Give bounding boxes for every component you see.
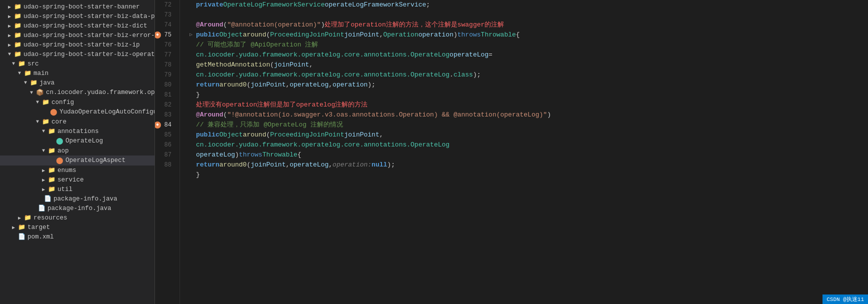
chevron-down-icon: ▼ xyxy=(42,128,45,134)
sidebar-item-config[interactable]: ▼ 📁 config xyxy=(0,98,154,107)
sidebar-item-label: YudaoOperateLogAutoConfiguration xyxy=(60,108,155,116)
class-icon: ⬤ xyxy=(50,108,58,116)
sidebar-item-package-info-2[interactable]: ▶ 📄 package-info.java xyxy=(0,204,154,213)
sidebar-item-biz-ip[interactable]: ▶ 📁 udao-spring-boot-starter-biz-ip xyxy=(0,40,154,50)
code-line: // 可能也添加了 @ApiOperation 注解 xyxy=(186,40,868,50)
line-75: ● 75 xyxy=(155,30,176,40)
sidebar-item-label: config xyxy=(52,99,74,106)
sidebar-item-label: udao-spring-boot-starter-biz-ip xyxy=(24,42,140,48)
class-icon-green: ⬤ xyxy=(56,137,64,145)
sidebar-item-label: enums xyxy=(58,167,76,174)
code-line: getMethodAnnotation(joinPoint, xyxy=(186,60,868,70)
folder-icon: 📁 xyxy=(14,12,22,20)
line-84: ● 84 xyxy=(155,120,176,130)
code-line: cn.iocoder.yudao.framework.operatelog.co… xyxy=(186,70,868,80)
sidebar-item-package-info-1[interactable]: ▶ 📄 package-info.java xyxy=(0,194,154,204)
sidebar-item-label: package-info.java xyxy=(48,205,112,212)
chevron-right-icon: ▶ xyxy=(42,168,45,174)
chevron-down-icon: ▼ xyxy=(12,61,15,66)
chevron-right-icon: ▶ xyxy=(8,4,11,10)
sidebar[interactable]: ▶ 📁 udao-spring-boot-starter-banner ▶ 📁 … xyxy=(0,0,155,304)
sidebar-item-label: core xyxy=(52,118,66,126)
code-line: public Object around(ProceedingJoinPoint… xyxy=(186,130,868,140)
line-76: 76 xyxy=(155,40,176,50)
folder-icon: 📁 xyxy=(48,186,56,193)
sidebar-item-service[interactable]: ▶ 📁 service xyxy=(0,175,154,184)
sidebar-item-label: resources xyxy=(34,214,68,222)
code-line: } xyxy=(186,170,868,180)
sidebar-item-label: aop xyxy=(58,148,69,154)
sidebar-item-yudao-config[interactable]: ▶ ⬤ YudaoOperateLogAutoConfiguration xyxy=(0,107,154,117)
folder-icon: 📁 xyxy=(30,79,38,86)
sidebar-item-label: udao-spring-boot-starter-biz-data-permis… xyxy=(24,13,155,20)
line-82: 82 xyxy=(155,100,176,110)
code-line: @Around("@annotation(operation)") 处理加了op… xyxy=(186,20,868,30)
line-74: 74 xyxy=(155,20,176,30)
line-87: 87 xyxy=(155,150,176,160)
sidebar-item-banner[interactable]: ▶ 📁 udao-spring-boot-starter-banner xyxy=(0,2,154,12)
java-file-icon: 📄 xyxy=(44,195,52,202)
spacer-icon: ▶ xyxy=(50,158,53,164)
sidebar-item-biz-dict[interactable]: ▶ 📁 udao-spring-boot-starter-biz-dict xyxy=(0,21,154,30)
folder-icon: 📁 xyxy=(24,214,32,222)
spacer-icon: ▶ xyxy=(32,206,35,212)
xml-icon: 📄 xyxy=(18,233,26,240)
sidebar-item-src[interactable]: ▼ 📁 src xyxy=(0,59,154,68)
sidebar-item-label: OperateLog xyxy=(66,138,103,144)
sidebar-item-aop[interactable]: ▼ 📁 aop xyxy=(0,146,154,156)
status-label: CSDN @执迷11 xyxy=(826,296,864,302)
sidebar-item-operatelog[interactable]: ▼ 📁 udao-spring-boot-starter-biz-operate… xyxy=(0,50,154,59)
sidebar-item-biz-error-code[interactable]: ▶ 📁 udao-spring-boot-starter-biz-error-c… xyxy=(0,30,154,40)
chevron-down-icon: ▼ xyxy=(24,80,27,86)
sidebar-item-annotations[interactable]: ▼ 📁 annotations xyxy=(0,126,154,136)
chevron-down-icon: ▼ xyxy=(42,148,45,154)
sidebar-item-label: cn.iocoder.yudao.framework.operatelog xyxy=(46,89,155,96)
class-icon-orange: ⬤ xyxy=(56,156,64,164)
folder-icon: 📁 xyxy=(14,3,22,10)
chevron-down-icon: ▼ xyxy=(18,70,21,76)
folder-icon: 📁 xyxy=(48,128,56,135)
chevron-right-icon: ▶ xyxy=(42,186,45,192)
sidebar-item-biz-data-permission[interactable]: ▶ 📁 udao-spring-boot-starter-biz-data-pe… xyxy=(0,12,154,21)
code-line xyxy=(186,10,868,20)
sidebar-item-resources[interactable]: ▶ 📁 resources xyxy=(0,213,154,222)
code-line: return around0(joinPoint, operateLog, op… xyxy=(186,160,868,170)
sidebar-item-target[interactable]: ▶ 📁 target xyxy=(0,222,154,232)
chevron-right-icon: ▶ xyxy=(12,224,15,230)
sidebar-item-label: util xyxy=(58,186,72,193)
run-marker-84[interactable]: ● xyxy=(155,122,161,128)
code-line: operateLog) throws Throwable { xyxy=(186,150,868,160)
spacer-icon: ▶ xyxy=(44,109,47,115)
chevron-right-icon: ▶ xyxy=(8,23,11,29)
sidebar-item-pom[interactable]: ▶ 📄 pom.xml xyxy=(0,232,154,242)
package-icon: 📦 xyxy=(36,88,44,96)
code-line: @Around("!@annotation(io.swagger.v3.oas.… xyxy=(186,110,868,120)
sidebar-item-util[interactable]: ▶ 📁 util xyxy=(0,184,154,194)
gutter: ▷ xyxy=(186,30,196,40)
sidebar-item-operatelog-class[interactable]: ▶ ⬤ OperateLog xyxy=(0,136,154,146)
code-line: return around0(joinPoint, operateLog, op… xyxy=(186,80,868,90)
sidebar-item-main[interactable]: ▼ 📁 main xyxy=(0,68,154,78)
sidebar-item-cn-package[interactable]: ▼ 📦 cn.iocoder.yudao.framework.operatelo… xyxy=(0,88,154,98)
sidebar-item-java[interactable]: ▼ 📁 java xyxy=(0,78,154,88)
folder-icon: 📁 xyxy=(42,118,50,126)
sidebar-item-label: udao-spring-boot-starter-biz-operatelog xyxy=(24,51,155,58)
sidebar-item-core[interactable]: ▼ 📁 core xyxy=(0,117,154,126)
line-81: 81 xyxy=(155,90,176,100)
sidebar-item-operatelogaspect[interactable]: ▶ ⬤ OperateLogAspect xyxy=(0,156,154,166)
code-line xyxy=(186,180,868,190)
line-85: 85 xyxy=(155,130,176,140)
chevron-right-icon: ▶ xyxy=(42,177,45,183)
code-line: private OperateLogFrameworkService opera… xyxy=(186,0,868,10)
run-marker-75[interactable]: ● xyxy=(155,32,161,38)
code-text-area[interactable]: private OperateLogFrameworkService opera… xyxy=(180,0,868,304)
folder-icon: 📁 xyxy=(48,166,56,174)
chevron-right-icon: ▶ xyxy=(18,215,21,221)
sidebar-item-label: udao-spring-boot-starter-biz-dict xyxy=(24,22,148,30)
sidebar-item-enums[interactable]: ▶ 📁 enums xyxy=(0,166,154,175)
folder-icon: 📁 xyxy=(14,41,22,48)
chevron-right-icon: ▶ xyxy=(8,42,11,48)
folder-icon: 📁 xyxy=(48,147,56,154)
sidebar-item-label: annotations xyxy=(58,128,99,135)
chevron-down-icon: ▼ xyxy=(30,90,33,96)
